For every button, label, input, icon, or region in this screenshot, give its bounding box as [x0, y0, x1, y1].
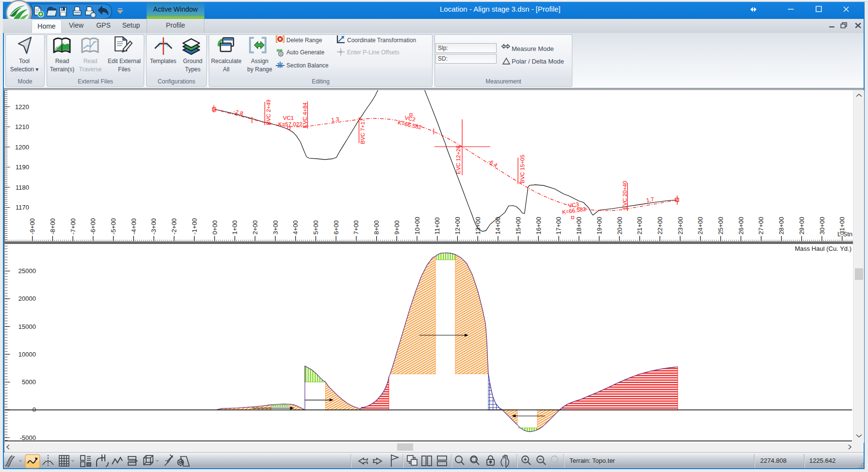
svg-text:11+00: 11+00 — [434, 217, 441, 235]
svg-text:8+00: 8+00 — [373, 220, 380, 234]
svg-text:21+00: 21+00 — [636, 217, 643, 235]
svg-text:L-Stn: L-Stn — [837, 230, 852, 238]
svg-text:-7+00: -7+00 — [69, 218, 77, 235]
svg-text:-8+00: -8+00 — [49, 218, 56, 235]
svg-text:4+00: 4+00 — [292, 220, 299, 234]
svg-text:28+00: 28+00 — [778, 217, 785, 235]
svg-text:10+00: 10+00 — [414, 217, 421, 235]
svg-text:-5+00: -5+00 — [110, 218, 117, 235]
svg-text:1180: 1180 — [16, 184, 29, 191]
svg-text:EVC 20+40: EVC 20+40 — [622, 181, 628, 210]
svg-text:6+00: 6+00 — [333, 220, 340, 234]
svg-text:12+00: 12+00 — [454, 217, 461, 235]
svg-text:5+00: 5+00 — [312, 220, 319, 234]
svg-text:27+00: 27+00 — [757, 217, 765, 235]
svg-text:10000: 10000 — [18, 351, 36, 358]
svg-text:-4+00: -4+00 — [130, 218, 137, 235]
svg-text:-3+00: -3+00 — [150, 218, 157, 235]
svg-text:BVC 2+49: BVC 2+49 — [266, 99, 271, 125]
svg-text:25+00: 25+00 — [717, 217, 724, 235]
svg-text:29+00: 29+00 — [798, 217, 805, 235]
svg-text:0+00: 0+00 — [211, 220, 218, 234]
svg-text:2+00: 2+00 — [251, 220, 259, 234]
svg-text:26+00: 26+00 — [737, 217, 745, 235]
svg-text:16+00: 16+00 — [535, 217, 542, 235]
svg-text:30+00: 30+00 — [818, 217, 826, 235]
svg-text:VC1: VC1 — [283, 115, 294, 121]
svg-text:7+00: 7+00 — [352, 220, 360, 234]
svg-text:K=57.022: K=57.022 — [278, 121, 302, 127]
svg-text:22+00: 22+00 — [656, 217, 664, 235]
svg-text:BVC 15+05: BVC 15+05 — [519, 155, 525, 183]
svg-text:20+00: 20+00 — [616, 217, 623, 235]
svg-text:17+00: 17+00 — [555, 217, 562, 235]
svg-text:1+00: 1+00 — [231, 220, 238, 234]
svg-text:1200: 1200 — [15, 144, 29, 151]
svg-text:-9+00: -9+00 — [29, 218, 36, 235]
svg-text:15000: 15000 — [18, 323, 36, 330]
svg-text:14+00: 14+00 — [494, 217, 501, 235]
svg-text:9+00: 9+00 — [393, 220, 401, 234]
svg-text:20000: 20000 — [18, 295, 36, 302]
svg-text:EVC 4+84: EVC 4+84 — [302, 102, 308, 128]
svg-text:1.3: 1.3 — [331, 116, 339, 123]
svg-text:Mass Haul (Cu. Yd.): Mass Haul (Cu. Yd.) — [795, 245, 851, 252]
svg-text:15+00: 15+00 — [515, 217, 522, 235]
svg-text:1190: 1190 — [16, 163, 29, 171]
svg-text:-5000: -5000 — [20, 434, 36, 441]
svg-text:13+00: 13+00 — [474, 217, 482, 235]
svg-text:-6+00: -6+00 — [89, 218, 97, 235]
svg-text:24+00: 24+00 — [697, 217, 704, 235]
svg-text:1220: 1220 — [15, 103, 29, 111]
svg-text:BVC 7+17: BVC 7+17 — [360, 118, 366, 144]
svg-text:25000: 25000 — [18, 267, 36, 275]
svg-text:1170: 1170 — [16, 204, 29, 211]
svg-text:18+00: 18+00 — [575, 217, 583, 235]
svg-text:EVC 12+26: EVC 12+26 — [455, 146, 461, 174]
svg-text:3+00: 3+00 — [272, 220, 279, 234]
svg-text:5000: 5000 — [22, 378, 36, 386]
svg-text:19+00: 19+00 — [596, 217, 603, 235]
svg-text:23+00: 23+00 — [677, 217, 684, 235]
svg-text:-2+00: -2+00 — [170, 218, 178, 235]
svg-text:-1+00: -1+00 — [191, 218, 198, 235]
svg-text:1210: 1210 — [15, 123, 29, 130]
